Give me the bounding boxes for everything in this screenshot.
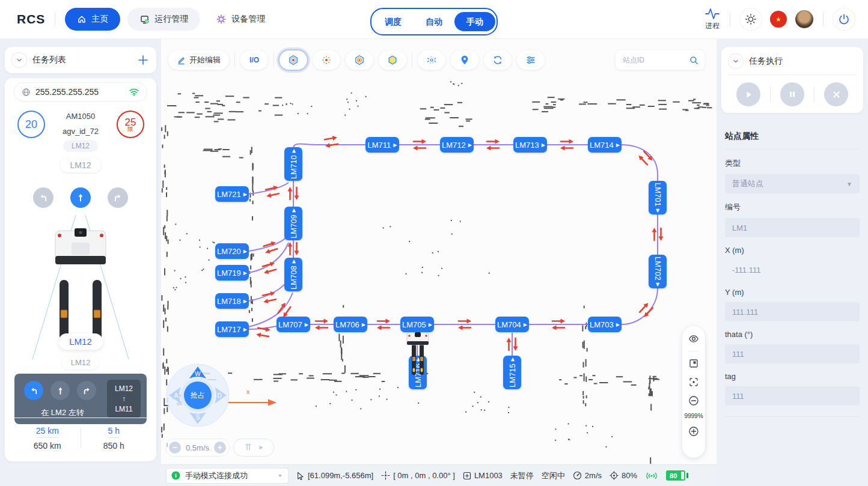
station-node[interactable]: LM719▶: [215, 265, 249, 281]
refresh-button[interactable]: [484, 50, 512, 70]
station-node[interactable]: LM702▶: [649, 255, 667, 288]
search-icon[interactable]: [689, 56, 698, 65]
status-message-select[interactable]: i 手动模式连接成功: [166, 468, 289, 484]
task-exec-title: 任务执行: [749, 56, 783, 67]
task-pause-button[interactable]: [780, 82, 804, 106]
station-node-label: LM720: [217, 247, 241, 256]
overview-button[interactable]: [687, 357, 700, 370]
manual-joystick[interactable]: W A D S 抢占: [162, 359, 234, 431]
confidence-status: 80%: [610, 471, 637, 480]
field-input[interactable]: 111: [725, 386, 860, 406]
task-play-button[interactable]: [736, 82, 760, 106]
agv-card[interactable]: 255.255.255.255 20 AM1050 agv_id_72 25限 …: [5, 78, 156, 461]
station-node[interactable]: LM703▶: [588, 317, 622, 332]
mode-manual[interactable]: 手动: [454, 12, 495, 31]
process-label: 进程: [705, 21, 720, 31]
map-robot-forklift[interactable]: [405, 332, 431, 376]
mode-auto[interactable]: 自动: [414, 12, 454, 31]
zoom-out-button[interactable]: [687, 394, 700, 407]
station-node-label: LM718: [217, 297, 241, 306]
locate-button[interactable]: [451, 50, 478, 70]
chevron-down-icon: ▼: [846, 181, 852, 187]
filter-button[interactable]: [517, 50, 545, 70]
station-node[interactable]: LM706▶: [334, 317, 367, 332]
nav-home[interactable]: 主页: [65, 8, 120, 31]
show-stations-button[interactable]: [280, 50, 307, 70]
globe-icon: [22, 88, 31, 97]
map-canvas[interactable]: LM711▶LM712▶LM713▶LM714▶LM721▶LM720▶LM71…: [161, 38, 717, 464]
status-message: 手动模式连接成功: [185, 470, 272, 481]
station-node[interactable]: LM709▶: [284, 207, 302, 240]
start-edit-button[interactable]: 开始编辑: [168, 50, 229, 70]
add-task-button[interactable]: [137, 54, 149, 66]
station-node[interactable]: LM713▶: [513, 137, 547, 153]
speed-minus-button[interactable]: [169, 442, 181, 454]
divider: [725, 149, 860, 150]
station-node[interactable]: LM708▶: [284, 258, 302, 291]
svg-text:W: W: [195, 371, 201, 377]
station-node[interactable]: LM701▶: [649, 181, 667, 214]
process-button[interactable]: 进程: [704, 7, 720, 31]
status-bar: i 手动模式连接成功 [61.099m,-5.656m] [ 0m , 0m ,…: [161, 464, 717, 486]
battery-level: 80: [670, 472, 677, 479]
property-field: Y (m)111.111: [725, 288, 860, 321]
show-targets-button[interactable]: [346, 50, 373, 70]
direction-triangle-icon: ▶: [243, 270, 247, 276]
direction-triangle-icon: ▶: [291, 149, 296, 153]
turn-right-icon[interactable]: [108, 187, 128, 208]
theme-button[interactable]: [740, 8, 762, 30]
relocate-button[interactable]: [418, 50, 445, 70]
power-button[interactable]: [833, 8, 855, 30]
property-field: 类型普通站点▼: [725, 158, 860, 193]
pause-icon: [788, 90, 796, 99]
station-node[interactable]: LM707▶: [277, 317, 310, 332]
station-node[interactable]: LM712▶: [440, 137, 474, 153]
turn-left-icon[interactable]: [33, 187, 53, 208]
home-icon: [77, 14, 87, 24]
app-logo: RCS: [17, 12, 45, 26]
field-input[interactable]: LM1: [725, 218, 860, 237]
field-select[interactable]: 普通站点▼: [725, 174, 860, 193]
speed-plus-button[interactable]: [214, 442, 226, 454]
plus-icon: [137, 54, 149, 66]
divider: [234, 53, 235, 67]
station-node[interactable]: LM711▶: [365, 137, 399, 153]
field-input[interactable]: 111.111: [725, 302, 860, 321]
station-node[interactable]: LM704▶: [495, 317, 529, 332]
nav-home-label: 主页: [91, 14, 108, 25]
fork-control-button[interactable]: [234, 439, 274, 456]
collapse-task-exec-button[interactable]: [729, 54, 743, 68]
station-search-input[interactable]: [622, 55, 689, 65]
station-node[interactable]: LM721▶: [215, 186, 249, 202]
station-node[interactable]: LM720▶: [215, 243, 249, 259]
show-areas-button[interactable]: [379, 50, 406, 70]
io-button[interactable]: I/O: [240, 50, 268, 70]
direction-triangle-icon: ▶: [243, 327, 247, 332]
show-pointcloud-button[interactable]: [313, 50, 340, 70]
mode-dispatch[interactable]: 调度: [373, 12, 414, 31]
user-avatar[interactable]: [795, 10, 813, 28]
zoom-in-button[interactable]: [687, 425, 700, 438]
station-node[interactable]: LM715▶: [503, 356, 521, 389]
task-cancel-button[interactable]: [824, 82, 848, 106]
field-input[interactable]: 111: [725, 344, 860, 363]
station-node[interactable]: LM710▶: [284, 147, 302, 181]
visibility-button[interactable]: [687, 332, 700, 345]
nav-device[interactable]: 设备管理: [204, 8, 277, 31]
nav-operation[interactable]: 运行管理: [127, 8, 200, 31]
station-node[interactable]: LM705▶: [400, 317, 434, 332]
hours-stat: 5 h 850 h: [81, 425, 147, 451]
station-node[interactable]: LM717▶: [215, 321, 249, 337]
property-field: 编号LM1: [725, 202, 860, 237]
collapse-task-list-button[interactable]: [12, 53, 26, 67]
center-view-button[interactable]: [687, 375, 700, 389]
language-flag-icon[interactable]: ★: [770, 11, 787, 28]
station-node-label: LM702: [653, 257, 662, 281]
agv-ip-field[interactable]: 255.255.255.255: [14, 83, 147, 101]
station-node-label: LM715: [508, 363, 517, 387]
station-node[interactable]: LM714▶: [588, 137, 622, 153]
joystick-grab-label: 抢占: [190, 391, 205, 399]
station-node[interactable]: LM718▶: [215, 293, 249, 309]
zoom-level: 9999%: [684, 413, 703, 419]
straight-icon[interactable]: [70, 187, 91, 208]
